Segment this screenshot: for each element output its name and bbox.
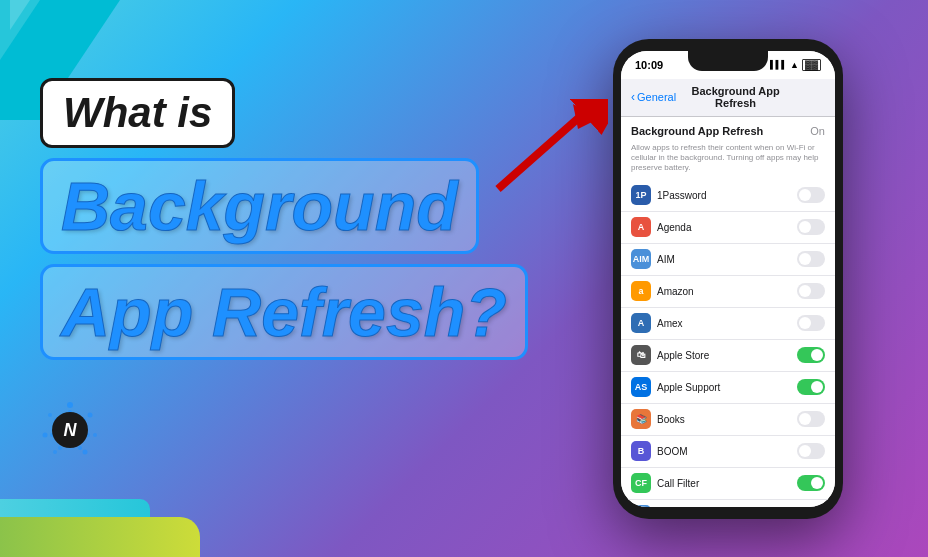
app-name: 1Password: [657, 190, 797, 201]
status-time: 10:09: [635, 59, 663, 71]
app-toggle[interactable]: [797, 443, 825, 459]
settings-app-item: BBOOM: [621, 436, 835, 468]
back-label: General: [637, 91, 676, 103]
phone-notch: [688, 51, 768, 71]
svg-marker-18: [573, 104, 598, 129]
logo-dots: N: [40, 400, 100, 460]
main-content: What is Background App Refresh?: [0, 0, 928, 557]
wifi-icon: ▲: [790, 60, 799, 70]
app-toggle[interactable]: [797, 411, 825, 427]
logo-svg: N: [40, 400, 100, 460]
svg-point-1: [88, 412, 93, 417]
status-icons: ▌▌▌ ▲ ▓▓: [770, 59, 821, 71]
app-name: Apple Store: [657, 350, 797, 361]
settings-app-item: CFCall Filter: [621, 468, 835, 500]
app-icon: 📚: [631, 409, 651, 429]
app-name: Agenda: [657, 222, 797, 233]
settings-description: Allow apps to refresh their content when…: [621, 141, 835, 180]
app-toggle[interactable]: [797, 475, 825, 491]
settings-app-item: AAgenda: [621, 212, 835, 244]
settings-app-item: aAmazon: [621, 276, 835, 308]
app-icon: 1P: [631, 185, 651, 205]
ios-nav-bar: ‹ General Background App Refresh: [621, 79, 835, 117]
background-box: Background: [40, 158, 479, 254]
phone-mockup: 10:09 ▌▌▌ ▲ ▓▓ ‹ General Background App …: [613, 39, 843, 519]
battery-icon: ▓▓: [802, 59, 821, 71]
app-icon: A: [631, 313, 651, 333]
app-toggle[interactable]: [797, 379, 825, 395]
app-toggle[interactable]: [797, 219, 825, 235]
svg-point-11: [58, 446, 62, 450]
what-is-text: What is: [63, 89, 212, 136]
app-refresh-box: App Refresh?: [40, 264, 528, 360]
ios-back-button[interactable]: ‹ General: [631, 90, 676, 104]
app-icon: AIM: [631, 249, 651, 269]
what-is-box: What is: [40, 78, 235, 148]
app-icon: AS: [631, 377, 651, 397]
settings-app-item: CCalm: [621, 500, 835, 507]
app-icon: CF: [631, 473, 651, 493]
svg-point-3: [83, 449, 88, 454]
app-name: Books: [657, 414, 797, 425]
app-toggle[interactable]: [797, 347, 825, 363]
app-name: Apple Support: [657, 382, 797, 393]
svg-point-2: [93, 433, 97, 437]
app-name: Amazon: [657, 286, 797, 297]
back-chevron: ‹: [631, 90, 635, 104]
app-refresh-text: App Refresh?: [61, 274, 507, 350]
app-name: Call Filter: [657, 478, 797, 489]
app-icon: 🛍: [631, 345, 651, 365]
app-toggle[interactable]: [797, 187, 825, 203]
app-toggle[interactable]: [797, 251, 825, 267]
svg-point-5: [43, 432, 48, 437]
app-icon: B: [631, 441, 651, 461]
settings-app-item: ASApple Support: [621, 372, 835, 404]
settings-app-item: 🛍Apple Store: [621, 340, 835, 372]
app-name: AIM: [657, 254, 797, 265]
phone-screen: 10:09 ▌▌▌ ▲ ▓▓ ‹ General Background App …: [621, 51, 835, 507]
left-text-area: What is Background App Refresh?: [40, 78, 568, 460]
app-icon: a: [631, 281, 651, 301]
settings-app-item: AAmex: [621, 308, 835, 340]
app-toggle[interactable]: [797, 283, 825, 299]
app-name: Amex: [657, 318, 797, 329]
svg-point-10: [78, 446, 82, 450]
svg-text:N: N: [64, 420, 78, 440]
background-text: Background: [61, 168, 458, 244]
app-toggle[interactable]: [797, 315, 825, 331]
settings-main-header: Background App Refresh On: [621, 117, 835, 141]
signal-icon: ▌▌▌: [770, 60, 787, 69]
svg-point-6: [48, 413, 52, 417]
app-icon: A: [631, 217, 651, 237]
svg-point-0: [67, 402, 73, 408]
right-phone-area: 10:09 ▌▌▌ ▲ ▓▓ ‹ General Background App …: [568, 39, 888, 519]
settings-app-item: 1P1Password: [621, 180, 835, 212]
nav-title: Background App Refresh: [676, 85, 795, 109]
svg-point-4: [53, 450, 57, 454]
settings-toggle-state: On: [810, 125, 825, 137]
settings-app-item: AIMAIM: [621, 244, 835, 276]
settings-header-title: Background App Refresh: [631, 125, 763, 137]
app-icon: C: [631, 505, 651, 506]
settings-app-list: 1P1PasswordAAgendaAIMAIMaAmazonAAmex🛍App…: [621, 180, 835, 507]
logo-area: N: [40, 400, 100, 460]
settings-app-item: 📚Books: [621, 404, 835, 436]
app-name: BOOM: [657, 446, 797, 457]
